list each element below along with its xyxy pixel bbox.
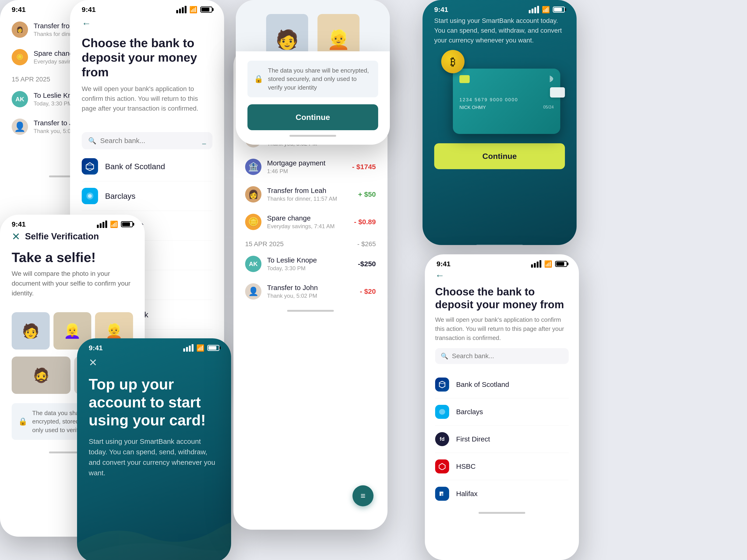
card-expiry-display: 05/24 [543,105,554,110]
bank-name-barclays-7: Barclays [456,408,483,416]
search-icon-2: 🔍 [88,137,96,145]
svg-marker-0 [86,163,94,170]
bank-name-fd-7: First Direct [456,435,490,443]
selfie-title: Take a selfie! [12,249,133,265]
avatar-leslie-2: AK [12,91,28,107]
choose-bank-title-7: Choose the bank to deposit your money fr… [435,285,569,311]
avatar-spare: 🪙 [12,49,28,65]
bank-item-bos[interactable]: Bank of Scotland [82,152,212,181]
phone-topup: 9:41 📶 ✕ Top up your account to start us… [77,338,231,560]
back-button-7[interactable]: ← [435,270,569,285]
bank-item-barclays[interactable]: Barclays [82,181,212,211]
card-name-display: NICK OHMY [459,105,486,110]
avatar-leslie-15: AK [245,256,261,272]
contactless-icon [545,74,555,84]
txn-leslie-15: AK To Leslie Knope Today, 3:30 PM -$250 [245,250,376,278]
back-button-2[interactable]: ← [82,16,212,36]
face-1: 🧑 [12,312,50,349]
time-1: 9:41 [12,6,26,14]
lock-icon-verify: 🔒 [254,74,263,84]
txn-mortgage-full: 🏦 Mortgage payment 1:46 PM - $1745 [245,153,376,181]
time-4: 9:41 [89,344,103,352]
status-bar-2: 9:41 📶 [70,0,224,16]
svg-marker-13 [439,381,445,388]
card-main-graphic: 1234 5679 9000 0000 NICK OHMY 05/24 [453,69,560,134]
time-7: 9:41 [437,260,450,268]
status-bar-4: 9:41 📶 [77,338,231,354]
status-icons-2: 📶 [176,6,212,14]
search-bar-7[interactable]: 🔍 [435,348,569,364]
time-6: 9:41 [434,6,448,14]
bank-item-barclays-7[interactable]: Barclays [435,398,569,426]
halifax-icon-7 [435,487,449,501]
bank-name-barclays: Barclays [105,192,135,201]
coin-graphic: ₿ [441,50,465,73]
avatar-john-15: 👤 [245,283,261,300]
status-icons-7: 📶 [531,260,567,268]
face-4: 🧔 [12,356,71,394]
close-topup[interactable]: ✕ [89,356,220,368]
avatar-mortgage-full: 🏦 [245,159,261,175]
svg-rect-18 [440,491,443,493]
topup-subtitle: Start using your SmartBank account today… [89,436,220,478]
status-icons-4: 📶 [183,344,220,352]
filter-fab-5[interactable]: ≡ [353,485,374,506]
choose-bank-title: Choose the bank to deposit your money fr… [82,36,212,79]
bos-icon [82,158,98,175]
bank-name-bos-7: Bank of Scotland [456,380,509,389]
bank-name-bos: Bank of Scotland [105,162,165,171]
choose-bank-subtitle: We will open your bank's application to … [82,84,212,113]
barclays-icon-7 [435,405,449,419]
status-bar-3: 9:41 📶 [0,215,145,231]
close-selfie[interactable]: ✕ [12,231,20,242]
txn-john-15: 👤 Transfer to John Thank you, 5:02 PM - … [245,278,376,305]
status-bar-6: 9:41 📶 [422,0,576,16]
white-chip [550,87,565,98]
bank-item-fd-7[interactable]: fd First Direct [435,426,569,453]
section-15apr: 15 APR 2025 - $265 [245,236,376,250]
selfie-subtitle: We will compare the photo in your docume… [12,269,133,298]
bank-item-hsbc-7[interactable]: HSBC [435,453,569,480]
txn-leah-full: 👩 Transfer from Leah Thanks for dinner, … [245,181,376,208]
choose-bank-body: ← Choose the bank to deposit your money … [70,16,224,125]
card-chip [459,75,470,83]
cursor-2: _ [202,137,206,144]
verify-continue-content: 🔒 The data you share will be encrypted, … [236,51,390,145]
lock-icon-selfie: 🔒 [18,416,28,427]
phone-choose-bank-small: 9:41 📶 ← Choose the bank to deposit your… [425,254,579,560]
choose-bank-small-body: ← Choose the bank to deposit your money … [425,270,579,371]
search-input-7[interactable] [452,352,563,360]
hsbc-icon-7 [435,459,449,474]
continue-button-6[interactable]: Continue [434,143,565,169]
security-text-verify: The data you share will be encrypted, st… [268,66,371,92]
bank-list-7: Bank of Scotland Barclays fd First Direc… [425,371,579,507]
barclays-icon [82,188,98,204]
avatar-spare-full: 🪙 [245,214,261,230]
security-notice-verify: 🔒 The data you share will be encrypted, … [248,61,378,97]
phone-verification-bottom: 🔒 The data you share will be encrypted, … [236,51,390,145]
bank-name-hsbc-7: HSBC [456,462,475,471]
topup-content: ✕ Top up your account to start using you… [77,354,231,560]
avatar-john-2: 👤 [12,118,28,135]
card-number-display: 1234 5679 9000 0000 [459,97,554,102]
continue-button-9[interactable]: Continue [248,104,378,130]
search-icon-7: 🔍 [441,352,448,360]
selfie-screen-title: Selfie Verification [25,232,99,241]
card-graphic-area: ₿ 1234 5679 9000 0000 NICK OHMY 05/24 [434,55,565,134]
avatar-leah: 👩 [12,22,28,38]
search-bar-2[interactable]: 🔍 _ [82,132,212,149]
bank-item-bos-7[interactable]: Bank of Scotland [435,371,569,398]
filter-icon-5: ≡ [360,491,365,501]
svg-marker-15 [439,463,445,470]
fd-icon-7: fd [435,432,449,446]
bank-name-halifax-7: Halifax [456,490,478,498]
status-icons-3: 📶 [97,220,133,228]
choose-bank-subtitle-7: We will open your bank's application to … [435,315,569,343]
avatar-leah-full: 👩 [245,186,261,203]
continue-btn-wrapper-9: Continue [248,104,378,130]
search-input-2[interactable] [100,137,199,145]
topup-card-content: Start using your SmartBank account today… [422,16,576,240]
bos-icon-7 [435,377,449,392]
bank-item-halifax-7[interactable]: Halifax [435,480,569,507]
topup-card-text: Start using your SmartBank account today… [434,16,565,45]
